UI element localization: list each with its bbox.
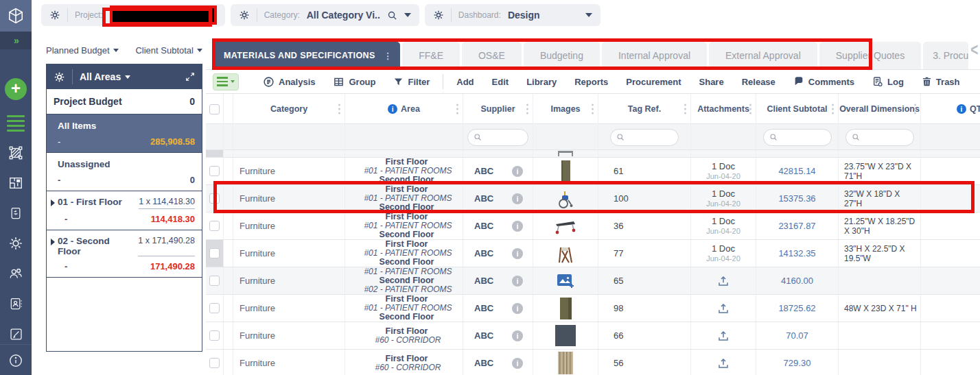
client-subtotal-value[interactable]: 15375.36	[778, 193, 815, 204]
floor-row-first-floor[interactable]: 01 - First Floor 1 x 114,418.30 - 114,41…	[47, 191, 202, 230]
tab-procurement[interactable]: 3. Procu	[923, 42, 968, 69]
app-logo[interactable]	[0, 0, 32, 32]
client-subtotal-value[interactable]: 18725.62	[778, 303, 815, 313]
areas-gear-icon[interactable]	[54, 71, 65, 83]
contacts-book-icon[interactable]	[7, 295, 25, 313]
compose-edit-icon[interactable]	[7, 325, 25, 343]
attachment-link[interactable]: 1 Doc	[712, 189, 735, 199]
dashboard-settings-gear-icon[interactable]	[433, 10, 444, 21]
product-image-wheelchair[interactable]	[556, 189, 575, 209]
add-image-icon[interactable]	[557, 273, 574, 289]
category-selector[interactable]: Category: All Category Vi..	[231, 4, 419, 26]
client-subtotal-value[interactable]: 70.07	[786, 330, 808, 341]
tab-materials-and-specifications[interactable]: MATERIALS AND SPECIFICATIONS ⋮	[213, 42, 400, 69]
col-header-overall-dimensions[interactable]: Overall Dimensions	[839, 94, 921, 124]
table-row[interactable]: Furniture First Floor#01 - PATIENT ROOMS…	[206, 158, 980, 185]
client-subtotal-value[interactable]: 14132.35	[778, 248, 815, 258]
column-menu-icon[interactable]	[592, 108, 594, 110]
project-selector[interactable]: Project:	[41, 4, 225, 26]
row-checkbox[interactable]	[209, 193, 220, 204]
unassigned-row[interactable]: Unassigned - 0	[47, 153, 202, 191]
dashboard-selector[interactable]: Dashboard: Design	[425, 4, 600, 26]
share-button[interactable]: Share	[690, 77, 733, 87]
all-items-row[interactable]: All Items - 285,908.58	[47, 114, 202, 153]
product-image[interactable]	[558, 151, 573, 156]
col-header-client-subtotal[interactable]: Client Subtotal	[756, 94, 839, 124]
view-menu-button[interactable]	[213, 73, 239, 90]
col-header-supplier[interactable]: Supplier	[463, 94, 533, 124]
select-all-checkbox[interactable]	[209, 104, 220, 114]
row-checkbox[interactable]	[209, 303, 220, 313]
row-checkbox[interactable]	[209, 330, 220, 341]
client-subtotal-value[interactable]: 729.30	[784, 358, 811, 368]
attachment-link[interactable]: 1 Doc	[712, 244, 735, 254]
table-row[interactable]: Furniture First Floor#01 - PATIENT ROOMS…	[206, 295, 980, 322]
table-row[interactable]: Furniture First Floor#01 - PATIENT ROOMS…	[206, 213, 980, 240]
table-row[interactable]: Furniture First Floor#60 - CORRIDOR ABCi…	[206, 350, 980, 375]
info-icon[interactable]: i	[388, 104, 397, 114]
upload-attachment-icon[interactable]	[717, 357, 730, 370]
all-areas-dropdown[interactable]: All Areas	[80, 71, 130, 82]
product-image-stretcher[interactable]	[554, 217, 577, 235]
client-subtotal-filter-field[interactable]	[780, 132, 818, 142]
column-menu-icon[interactable]	[914, 108, 916, 110]
col-header-images[interactable]: Images	[533, 94, 598, 124]
invoice-icon[interactable]	[7, 204, 25, 222]
tab-supplier-quotes[interactable]: Supplier Quotes	[819, 42, 921, 69]
col-header-qty[interactable]: iQTY	[921, 94, 980, 124]
info-icon[interactable]: i	[512, 303, 523, 314]
upload-attachment-icon[interactable]	[717, 302, 730, 315]
product-image-wood-swatch[interactable]	[558, 352, 573, 374]
expand-arrow-icon[interactable]	[51, 199, 55, 206]
info-icon[interactable]: i	[512, 166, 523, 177]
column-menu-icon[interactable]	[526, 108, 528, 110]
tabs-scroll-left-icon[interactable]: <	[970, 39, 978, 60]
row-checkbox[interactable]	[209, 166, 220, 176]
info-icon[interactable]	[0, 344, 32, 368]
table-row[interactable]: Furniture First Floor#60 - CORRIDOR ABCi…	[206, 322, 980, 350]
project-settings-gear-icon[interactable]	[49, 10, 60, 21]
supplier-filter-input[interactable]	[467, 129, 528, 146]
tab-ffe[interactable]: FF&E	[402, 42, 460, 69]
comments-button[interactable]: Comments	[784, 76, 863, 87]
col-header-area[interactable]: iArea	[345, 94, 463, 124]
add-new-button[interactable]: +	[5, 78, 27, 100]
category-settings-gear-icon[interactable]	[239, 10, 250, 21]
release-button[interactable]: Release	[733, 77, 784, 87]
col-header-attachments[interactable]: Attachments	[691, 94, 756, 124]
attachment-link[interactable]: 1 Doc	[712, 162, 735, 171]
product-image-wardrobe[interactable]	[560, 298, 572, 319]
column-menu-icon[interactable]	[456, 108, 458, 110]
upload-attachment-icon[interactable]	[717, 275, 730, 287]
info-icon[interactable]: i	[512, 221, 523, 232]
dimensions-filter-input[interactable]	[845, 129, 914, 146]
reports-button[interactable]: Reports	[565, 77, 617, 87]
procurement-button[interactable]: Procurement	[617, 77, 690, 87]
col-header-tag-ref[interactable]: Tag Ref.	[598, 94, 691, 124]
floorplan-icon[interactable]	[7, 174, 25, 192]
attachment-link[interactable]: 1 Doc	[712, 217, 735, 226]
chevron-down-icon[interactable]	[585, 13, 592, 17]
info-icon[interactable]: i	[512, 248, 523, 259]
product-image-cabinet[interactable]	[561, 160, 570, 182]
row-checkbox[interactable]	[209, 276, 220, 286]
table-row-partial[interactable]	[206, 150, 980, 158]
row-checkbox[interactable]	[209, 221, 220, 231]
tag-ref-filter-field[interactable]	[627, 132, 665, 142]
chevron-down-icon[interactable]	[404, 13, 411, 17]
select-all-checkbox-cell[interactable]	[206, 94, 224, 124]
tab-external-approval[interactable]: External Approval	[709, 42, 817, 69]
library-button[interactable]: Library	[517, 77, 565, 87]
tab-budgeting[interactable]: Budgeting	[524, 42, 600, 69]
client-subtotal-filter-input[interactable]	[763, 129, 832, 146]
collapse-panel-icon[interactable]	[185, 72, 195, 82]
info-icon[interactable]: i	[957, 104, 966, 114]
menu-icon[interactable]	[7, 115, 25, 132]
group-button[interactable]: Group	[324, 76, 384, 88]
tab-kebab-icon[interactable]: ⋮	[384, 51, 393, 61]
client-subtotal-dropdown[interactable]: Client Subtotal	[135, 45, 202, 56]
upload-attachment-icon[interactable]	[717, 330, 730, 342]
project-budget-row[interactable]: Project Budget 0	[47, 89, 202, 114]
row-checkbox[interactable]	[209, 248, 220, 258]
sidebar-expand-button[interactable]: »	[0, 32, 32, 49]
